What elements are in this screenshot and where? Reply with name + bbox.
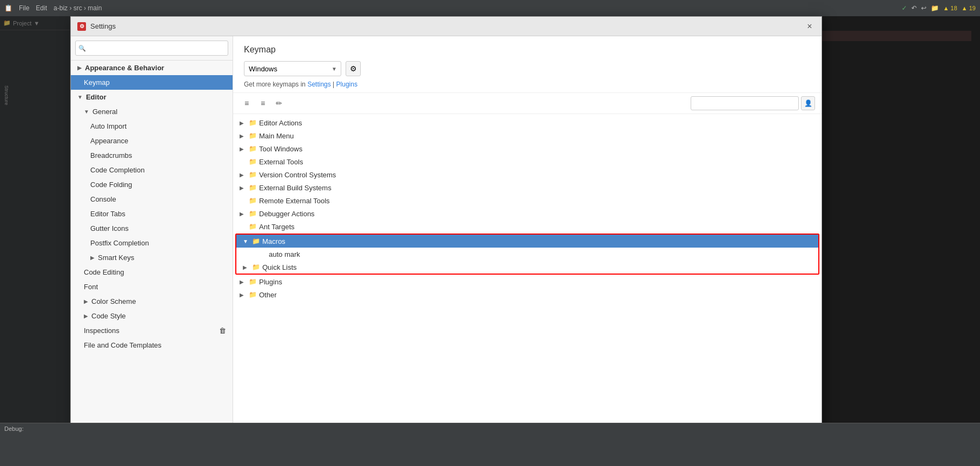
tree-item-label: Macros	[262, 237, 286, 245]
keymap-link-row: Get more keymaps in Settings | Plugins	[244, 81, 811, 88]
ide-topbar: 📋 File Edit a-biz › src › main ✓ ↶ ↩ 📁 ▲…	[0, 0, 980, 16]
nav-item-file-templates[interactable]: File and Code Templates	[71, 338, 233, 352]
macros-highlight-box: ▼ 📁 Macros auto mark	[235, 234, 819, 275]
nav-item-appearance-behavior[interactable]: ▶ Appearance & Behavior	[71, 61, 233, 75]
tree-item-main-menu[interactable]: ▶ 📁 Main Menu	[233, 129, 822, 142]
history-icon: ↶	[911, 4, 917, 12]
keymap-gear-button[interactable]: ⚙	[346, 61, 361, 76]
warning-badge-1: ▲ 18	[943, 5, 957, 11]
folder-icon: 📁	[251, 263, 260, 271]
dialog-close-button[interactable]: ×	[804, 21, 815, 32]
tree-item-label: Ant Targets	[259, 223, 295, 231]
tree-item-plugins[interactable]: ▶ 📁 Plugins	[233, 275, 822, 288]
expand-arrow-icon: ▶	[240, 292, 246, 298]
actions-tree: ▶ 📁 Editor Actions ▶ 📁 Main Menu	[233, 114, 822, 456]
filter-button-2[interactable]: ≡	[256, 96, 270, 110]
tree-item-other[interactable]: ▶ 📁 Other	[233, 288, 822, 301]
nav-item-label: Inspections	[84, 327, 120, 335]
nav-item-label: Breadcrumbs	[90, 151, 132, 159]
folder-icon: 📁	[248, 157, 257, 166]
folder-icon: 📁	[248, 196, 257, 205]
nav-search-input[interactable]	[75, 41, 228, 56]
nav-item-label: Appearance	[90, 137, 128, 145]
nav-item-auto-import[interactable]: Auto Import	[71, 119, 233, 134]
settings-link[interactable]: Settings	[307, 81, 330, 88]
nav-item-gutter-icons[interactable]: Gutter Icons	[71, 221, 233, 236]
nav-item-code-style[interactable]: ▶ Code Style	[71, 309, 233, 323]
nav-item-code-completion[interactable]: Code Completion	[71, 163, 233, 177]
debug-label: Debug:	[4, 425, 23, 432]
expand-arrow-icon: ▶	[240, 211, 246, 217]
nav-item-keymap[interactable]: Keymap	[71, 75, 233, 90]
ide-app-icon: 📋	[4, 4, 12, 12]
undo-icon: ↩	[921, 4, 926, 12]
edit-shortcuts-button[interactable]: ✏	[272, 96, 286, 110]
keymap-select-row: Windows ⚙	[244, 61, 811, 76]
tree-item-tool-windows[interactable]: ▶ 📁 Tool Windows	[233, 142, 822, 155]
nav-item-code-editing[interactable]: Code Editing	[71, 265, 233, 279]
nav-item-postfix-completion[interactable]: Postfix Completion	[71, 236, 233, 250]
tree-item-ant[interactable]: 📁 Ant Targets	[233, 220, 822, 233]
nav-item-appearance[interactable]: Appearance	[71, 134, 233, 148]
tree-item-external-build[interactable]: ▶ 📁 External Build Systems	[233, 181, 822, 194]
nav-item-label: Auto Import	[90, 122, 127, 130]
action-search-input[interactable]	[691, 96, 799, 110]
ide-menu-edit[interactable]: Edit	[36, 4, 47, 12]
dialog-nav: ▶ Appearance & Behavior Keymap ▼ Editor …	[71, 36, 233, 466]
find-usage-button[interactable]: 👤	[801, 96, 815, 110]
nav-item-smart-keys[interactable]: ▶ Smart Keys	[71, 250, 233, 265]
keymap-select[interactable]: Windows	[244, 61, 341, 76]
expand-arrow-icon: ▶	[240, 120, 246, 126]
tree-item-remote-tools[interactable]: 📁 Remote External Tools	[233, 194, 822, 207]
tree-item-label: auto mark	[269, 250, 300, 258]
filter-button-1[interactable]: ≡	[240, 96, 254, 110]
expand-arrow-icon	[240, 224, 246, 230]
tree-item-quick-lists[interactable]: ▶ 📁 Quick Lists	[236, 261, 818, 274]
dialog-overlay: ⚙ Settings ×	[0, 16, 980, 466]
nav-item-label: Gutter Icons	[90, 224, 129, 232]
nav-item-color-scheme[interactable]: ▶ Color Scheme	[71, 294, 233, 309]
checkmark-icon: ✓	[902, 4, 907, 12]
dialog-title-text: Settings	[90, 22, 804, 30]
nav-item-editor-tabs[interactable]: Editor Tabs	[71, 207, 233, 221]
delete-icon: 🗑	[219, 327, 226, 335]
expand-arrow-icon: ▶	[240, 133, 246, 139]
nav-item-label: Postfix Completion	[90, 239, 149, 247]
nav-item-code-folding[interactable]: Code Folding	[71, 177, 233, 192]
nav-item-label: Console	[90, 195, 116, 203]
expand-arrow-icon	[240, 198, 246, 204]
tree-item-label: Version Control Systems	[259, 171, 336, 179]
tree-item-vcs[interactable]: ▶ 📁 Version Control Systems	[233, 168, 822, 181]
nav-item-general[interactable]: ▼ General	[71, 104, 233, 119]
nav-search-wrap	[75, 41, 228, 56]
tree-item-label: Quick Lists	[262, 263, 297, 271]
tree-item-editor-actions[interactable]: ▶ 📁 Editor Actions	[233, 116, 822, 129]
nav-item-inspections[interactable]: Inspections 🗑	[71, 323, 233, 338]
expand-arrow-icon	[240, 159, 246, 165]
folder-icon: 📁	[248, 183, 257, 192]
nav-item-label: Code Editing	[84, 268, 124, 276]
nav-item-editor[interactable]: ▼ Editor	[71, 90, 233, 104]
expand-arrow-icon: ▶	[240, 185, 246, 191]
nav-item-font[interactable]: Font	[71, 279, 233, 294]
search-box: 👤	[691, 96, 815, 110]
build-icon: 📁	[931, 4, 939, 12]
nav-item-breadcrumbs[interactable]: Breadcrumbs	[71, 148, 233, 163]
tree-item-label: Main Menu	[259, 132, 294, 140]
ide-breadcrumb: a-biz › src › main	[54, 4, 102, 12]
folder-icon: 📁	[248, 290, 257, 299]
tree-item-auto-mark[interactable]: auto mark	[236, 248, 818, 261]
nav-item-console[interactable]: Console	[71, 192, 233, 207]
tree-item-debugger[interactable]: ▶ 📁 Debugger Actions	[233, 207, 822, 220]
tree-item-external-tools[interactable]: 📁 External Tools	[233, 155, 822, 168]
nav-item-label: Appearance & Behavior	[85, 64, 164, 72]
expand-arrow-icon: ▶	[240, 146, 246, 152]
plugins-link[interactable]: Plugins	[336, 81, 357, 88]
nav-item-label: Editor	[86, 93, 107, 101]
ide-main: 📁 Project ▼ { t<>>(); ) { o.getId()); ng…	[0, 16, 980, 466]
tree-item-macros[interactable]: ▼ 📁 Macros	[236, 235, 818, 248]
ide-menu-file[interactable]: File	[19, 4, 29, 12]
nav-item-label: Code Style	[91, 312, 126, 320]
nav-item-label: Font	[84, 283, 98, 291]
dialog-body: ▶ Appearance & Behavior Keymap ▼ Editor …	[71, 36, 822, 466]
